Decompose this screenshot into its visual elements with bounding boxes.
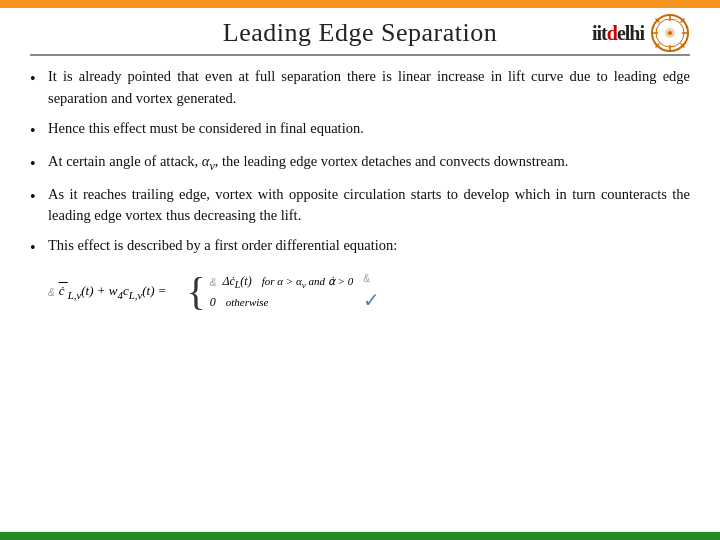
bullet-item-2: • Hence this effect must be considered i… <box>30 118 690 143</box>
bullet-5-text: This effect is described by a first orde… <box>48 235 690 257</box>
annotation-amp-1: & <box>48 287 55 298</box>
bullet-4-marker: • <box>30 185 48 209</box>
bullet-4-text: As it reaches trailing edge, vortex with… <box>48 184 690 228</box>
bottom-bar <box>0 532 720 540</box>
annotation-amp-3: & <box>363 273 370 284</box>
trailing-annotations: & ✓ <box>363 273 380 312</box>
bullet-item-1: • It is already pointed that even at ful… <box>30 66 690 110</box>
header: Leading Edge Separation iitdelhi <box>30 18 690 56</box>
slide-title: Leading Edge Separation <box>223 18 497 48</box>
content-area: • It is already pointed that even at ful… <box>30 66 690 522</box>
bullet-3-marker: • <box>30 152 48 176</box>
bullet-1-marker: • <box>30 67 48 91</box>
elhi-text: elhi <box>617 22 644 44</box>
formula-rhs-container: { & ΔċL(t) for α > αv and α̇ > 0 <box>187 272 381 312</box>
formula-lhs: ċ L,v(t) + w4cL,v(t) = <box>59 283 167 301</box>
iit-text: iit <box>592 22 607 44</box>
bullet-item-5: • This effect is described by a first or… <box>30 235 690 260</box>
d-text: d <box>607 22 617 44</box>
formula-rhs-top: ΔċL(t) <box>222 274 251 290</box>
formula-rhs-top-condition: for α > αv and α̇ > 0 <box>262 275 354 290</box>
bullet-2-text: Hence this effect must be considered in … <box>48 118 690 140</box>
bullet-5-marker: • <box>30 236 48 260</box>
checkmark-icon: ✓ <box>363 288 380 312</box>
iitd-emblem-icon <box>650 13 690 53</box>
formula-rhs-bottom: 0 <box>210 295 216 310</box>
bullet-3-text: At certain angle of attack, αv, the lead… <box>48 151 690 175</box>
formula-rhs-bottom-condition: otherwise <box>226 296 269 308</box>
top-bar <box>0 0 720 8</box>
formula-case-top: & ΔċL(t) for α > αv and α̇ > 0 <box>210 274 354 290</box>
big-brace-icon: { <box>187 272 206 312</box>
logo-area: iitdelhi <box>592 13 690 53</box>
formula-case-bottom: 0 otherwise <box>210 295 354 310</box>
bullet-1-text: It is already pointed that even at full … <box>48 66 690 110</box>
slide-container: Leading Edge Separation iitdelhi <box>0 8 720 532</box>
iitd-logo-text: iitdelhi <box>592 22 644 45</box>
annotation-amp-2: & <box>210 277 217 288</box>
svg-point-11 <box>668 31 672 35</box>
bullet-item-3: • At certain angle of attack, αv, the le… <box>30 151 690 176</box>
bullet-item-4: • As it reaches trailing edge, vortex wi… <box>30 184 690 228</box>
formula-cases: & ΔċL(t) for α > αv and α̇ > 0 0 otherwi… <box>210 274 354 309</box>
bullet-2-marker: • <box>30 119 48 143</box>
formula-area: & ċ L,v(t) + w4cL,v(t) = { & ΔċL(t) <box>30 272 690 312</box>
